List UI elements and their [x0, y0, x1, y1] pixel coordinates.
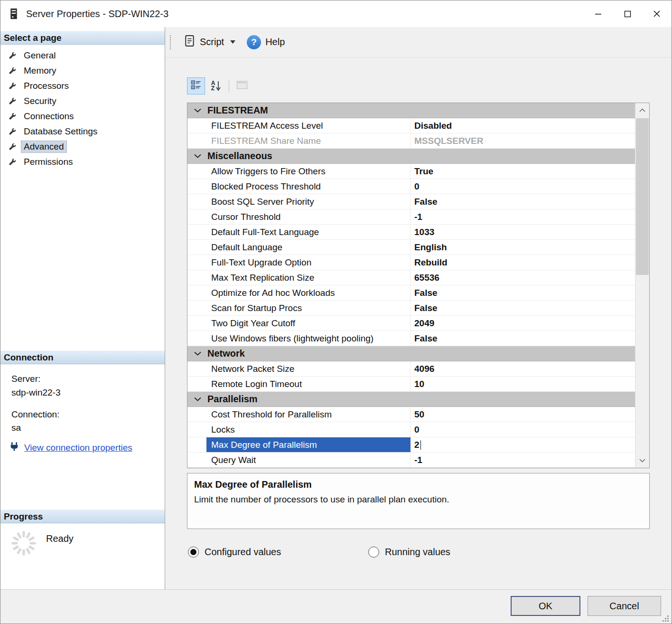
property-value[interactable]: 1033	[411, 225, 635, 239]
property-label: Scan for Startup Procs	[206, 301, 411, 315]
row-indent	[187, 437, 206, 452]
property-row[interactable]: Use Windows fibers (lightweight pooling)…	[187, 331, 635, 346]
property-row[interactable]: Full-Text Upgrade Option Rebuild	[187, 255, 635, 270]
property-row[interactable]: Two Digit Year Cutoff 2049	[187, 316, 635, 331]
property-label: Two Digit Year Cutoff	[206, 316, 411, 331]
script-button[interactable]: Script	[178, 32, 241, 52]
property-row[interactable]: Scan for Startup Procs False	[187, 301, 635, 316]
property-value[interactable]: False	[411, 194, 635, 209]
property-row[interactable]: FILESTREAM Share Name MSSQLSERVER	[187, 133, 635, 149]
sidebar-item-connections[interactable]: Connections	[0, 109, 165, 124]
property-value[interactable]: -1	[411, 453, 635, 467]
property-row[interactable]: Boost SQL Server Priority False	[187, 194, 635, 209]
maximize-button[interactable]	[613, 0, 642, 27]
category-row[interactable]: Parallelism	[187, 392, 635, 407]
property-value[interactable]: 0	[411, 422, 635, 437]
dialog-toolbar: Script ? Help	[165, 27, 672, 57]
row-indent	[187, 255, 206, 270]
script-dropdown-icon[interactable]	[230, 40, 235, 44]
property-row[interactable]: Cursor Threshold -1	[187, 209, 635, 225]
property-value[interactable]: Disabled	[411, 118, 635, 133]
property-row[interactable]: Cost Threshold for Parallelism 50	[187, 407, 635, 422]
scrollbar-thumb[interactable]	[636, 118, 649, 275]
property-value[interactable]: False	[411, 331, 635, 346]
property-label: Use Windows fibers (lightweight pooling)	[206, 331, 411, 346]
minimize-button[interactable]	[583, 0, 613, 27]
sidebar-item-label: Database Settings	[21, 126, 100, 137]
property-row[interactable]: Query Wait -1	[187, 453, 635, 468]
resize-grip[interactable]	[662, 615, 669, 622]
scroll-up-button[interactable]	[635, 103, 649, 117]
property-value[interactable]: False	[411, 301, 635, 315]
category-row[interactable]: FILESTREAM	[187, 103, 635, 118]
property-label: Default Language	[206, 240, 411, 255]
window-controls	[583, 0, 672, 27]
property-value[interactable]: Rebuild	[411, 255, 635, 270]
row-indent	[187, 377, 206, 391]
ok-button[interactable]: OK	[511, 596, 580, 616]
property-value[interactable]: True	[411, 164, 635, 179]
category-row[interactable]: Miscellaneous	[187, 149, 635, 164]
category-row[interactable]: Network	[187, 346, 635, 361]
sidebar-item-label: General	[21, 50, 58, 61]
property-row[interactable]: FILESTREAM Access Level Disabled	[187, 118, 635, 133]
view-connection-properties-link[interactable]: View connection properties	[24, 443, 132, 453]
property-value[interactable]: 50	[411, 407, 635, 422]
sidebar-item-general[interactable]: General	[0, 48, 165, 63]
property-row[interactable]: Blocked Process Threshold 0	[187, 179, 635, 194]
property-value[interactable]: 2049	[411, 316, 635, 331]
title-bar: Server Properties - SDP-WIN22-3	[0, 0, 672, 27]
property-row[interactable]: Max Text Replication Size 65536	[187, 270, 635, 285]
property-value[interactable]: False	[411, 285, 635, 300]
help-label: Help	[265, 37, 285, 47]
sidebar-item-memory[interactable]: Memory	[0, 63, 165, 78]
progress-header: Progress	[0, 510, 165, 523]
property-value[interactable]: -1	[411, 209, 635, 224]
scroll-down-button[interactable]	[635, 454, 649, 468]
sidebar-item-label: Processors	[21, 80, 71, 92]
select-a-page-header: Select a page	[0, 31, 165, 45]
cancel-button[interactable]: Cancel	[588, 596, 661, 616]
chevron-down-icon	[187, 397, 207, 401]
property-label: Remote Login Timeout	[206, 377, 411, 391]
row-indent	[187, 316, 206, 331]
property-value[interactable]: English	[411, 240, 635, 255]
description-text: Limit the number of processors to use in…	[194, 494, 643, 505]
category-label: Miscellaneous	[207, 151, 272, 161]
window-title: Server Properties - SDP-WIN22-3	[26, 9, 168, 19]
row-indent	[187, 118, 206, 133]
close-button[interactable]	[642, 0, 672, 27]
help-button[interactable]: ? Help	[241, 32, 290, 52]
categorized-icon	[191, 80, 201, 93]
sidebar-item-database-settings[interactable]: Database Settings	[0, 124, 165, 139]
property-row[interactable]: Default Full-Text Language 1033	[187, 225, 635, 240]
property-value[interactable]: 65536	[411, 270, 635, 285]
property-row[interactable]: Optimize for Ad hoc Workloads False	[187, 285, 635, 301]
row-indent	[187, 331, 206, 346]
categorized-button[interactable]	[187, 77, 205, 95]
server-value: sdp-win22-3	[11, 388, 61, 398]
sidebar-item-label: Connections	[21, 111, 76, 122]
property-row[interactable]: Remote Login Timeout 10	[187, 377, 635, 392]
running-radio[interactable]	[368, 547, 379, 558]
property-row[interactable]: Max Degree of Parallelism 2	[187, 437, 635, 453]
property-value[interactable]: 10	[411, 377, 635, 391]
row-indent	[187, 164, 206, 179]
property-row[interactable]: Allow Triggers to Fire Others True	[187, 164, 635, 179]
sidebar-item-permissions[interactable]: Permissions	[0, 154, 165, 170]
vertical-scrollbar[interactable]	[635, 103, 649, 468]
property-row[interactable]: Default Language English	[187, 240, 635, 255]
property-row[interactable]: Network Packet Size 4096	[187, 361, 635, 377]
property-value[interactable]: 4096	[411, 361, 635, 376]
configured-radio[interactable]	[188, 547, 199, 558]
sidebar-item-processors[interactable]: Processors	[0, 78, 165, 94]
property-value[interactable]: 2	[411, 437, 635, 452]
configured-values-option[interactable]: Configured values	[188, 547, 368, 558]
running-values-option[interactable]: Running values	[368, 547, 549, 558]
property-row[interactable]: Locks 0	[187, 422, 635, 437]
sidebar-item-security[interactable]: Security	[0, 94, 165, 109]
property-value[interactable]: 0	[411, 179, 635, 194]
property-value[interactable]: MSSQLSERVER	[411, 133, 635, 148]
sidebar-item-advanced[interactable]: Advanced	[0, 139, 165, 154]
sort-alphabetical-button[interactable]: AZ	[207, 77, 225, 95]
